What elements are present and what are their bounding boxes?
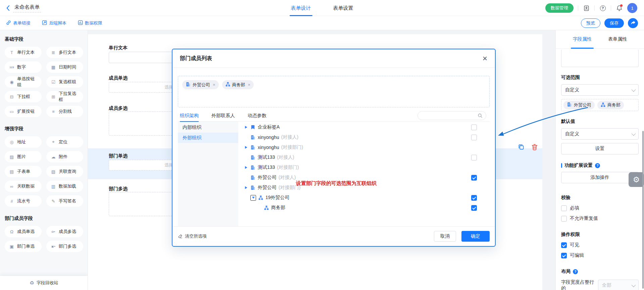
close-icon[interactable]: ✕ xyxy=(481,54,489,63)
help-icon[interactable]: ? xyxy=(599,4,606,12)
tab-field-properties[interactable]: 字段属性 xyxy=(573,30,592,49)
notification-bell-icon[interactable] xyxy=(615,4,623,12)
search-input[interactable] xyxy=(417,111,486,120)
org-tree-row[interactable]: 19外贸公司 xyxy=(238,193,490,203)
field-type-button[interactable]: ☑复选框组 xyxy=(46,76,83,88)
range-tags-box[interactable]: 外贸公司商务部 xyxy=(561,99,639,111)
field-type-button[interactable]: ▭扩展按钮 xyxy=(5,106,42,117)
delete-field-icon[interactable] xyxy=(531,143,539,151)
related-query-icon: ▧ xyxy=(50,169,57,174)
modal-tab[interactable]: 外部联系人 xyxy=(211,110,235,122)
default-set-button[interactable]: 设置 xyxy=(561,143,639,154)
data-manage-button[interactable]: 数据管理 xyxy=(545,3,574,13)
field-type-button[interactable]: #流水号 xyxy=(5,195,42,207)
org-tree-row[interactable]: 企业标签A xyxy=(238,122,490,132)
field-recycle-bin[interactable]: ♻ 字段回收站 xyxy=(0,276,88,290)
permission-option-checkbox[interactable] xyxy=(561,242,567,248)
modal-tab[interactable]: 组织架构 xyxy=(180,110,199,122)
range-tag[interactable]: 商务部 xyxy=(597,101,624,109)
field-type-button[interactable]: ⊞下拉复选框 xyxy=(46,91,83,102)
form-title[interactable]: 未命名表单 xyxy=(13,3,41,12)
field-type-button[interactable]: ▥数据加载 xyxy=(46,181,83,192)
tree-checkbox[interactable] xyxy=(471,175,477,181)
validation-option-checkbox[interactable] xyxy=(561,205,567,211)
company-icon xyxy=(250,135,256,140)
field-type-button[interactable]: Ω+成员多选 xyxy=(46,226,83,237)
field-type-button[interactable]: ≡分割线 xyxy=(46,106,83,117)
range-select[interactable]: 自定义 xyxy=(561,84,639,96)
field-type-button[interactable]: Ω成员单选 xyxy=(5,226,42,237)
field-type-button[interactable]: ✎手写签名 xyxy=(46,195,83,207)
expand-caret-icon[interactable] xyxy=(244,126,248,129)
selected-tag[interactable]: 外贸公司× xyxy=(182,80,219,89)
field-type-button[interactable]: ⊟下拉框 xyxy=(5,91,42,102)
cancel-button[interactable]: 取消 xyxy=(434,231,456,242)
org-tree-row[interactable]: xinyonghu(对接部门) xyxy=(238,142,490,152)
scrolled-field-box[interactable] xyxy=(561,49,639,67)
modal-tab[interactable]: 动态参数 xyxy=(248,110,266,122)
field-type-button[interactable]: ▤子表单 xyxy=(5,166,42,177)
confirm-button[interactable]: 确定 xyxy=(461,231,490,242)
toolbar-link[interactable]: 后端脚本 xyxy=(42,20,66,26)
toolbar-link[interactable]: 数据权限 xyxy=(78,20,102,26)
permission-option: 可见 xyxy=(561,242,639,248)
layout-width-select[interactable]: 全部 xyxy=(598,280,639,290)
field-type-button[interactable]: ▦日期时间 xyxy=(46,61,83,73)
remove-tag-icon[interactable]: × xyxy=(248,82,251,87)
avatar[interactable]: 1 xyxy=(627,3,637,13)
tab-form-settings[interactable]: 表单设置 xyxy=(333,0,353,16)
copy-field-icon[interactable] xyxy=(517,143,525,151)
tree-checkbox[interactable] xyxy=(471,205,477,211)
collapse-caret-icon[interactable] xyxy=(250,195,256,201)
share-button[interactable] xyxy=(628,18,638,28)
preview-button[interactable]: 预览 xyxy=(581,18,600,28)
clear-selection-button[interactable]: 清空所选项 xyxy=(178,233,207,239)
contacts-icon[interactable] xyxy=(583,4,590,12)
tab-form-properties[interactable]: 表单属性 xyxy=(608,30,627,49)
field-type-button[interactable]: 123数字 xyxy=(5,61,42,73)
org-nav-item[interactable]: 外部组织 xyxy=(178,133,238,143)
default-value-select[interactable]: 自定义 xyxy=(561,128,639,140)
validation-option-checkbox[interactable] xyxy=(561,216,567,222)
toolbar-link[interactable]: 表单链接 xyxy=(6,20,31,26)
help-question-icon[interactable]: ? xyxy=(573,269,578,274)
expand-caret-icon[interactable] xyxy=(244,166,248,169)
org-tree-row[interactable]: 测试133(对接部门) xyxy=(238,162,490,173)
back-button[interactable] xyxy=(6,5,10,11)
tree-checkbox[interactable] xyxy=(471,195,477,201)
add-action-button[interactable]: 添加操作 xyxy=(561,172,639,183)
remove-tag-icon[interactable]: × xyxy=(213,82,215,87)
field-type-button[interactable]: ☁附件 xyxy=(46,151,83,162)
form-field-label: 成员多选 xyxy=(109,105,128,111)
selected-tag[interactable]: 商务部× xyxy=(222,80,254,89)
field-type-button[interactable]: ≣多行文本 xyxy=(46,47,83,58)
field-type-button[interactable]: ⌖定位 xyxy=(46,136,83,148)
tab-form-design[interactable]: 表单设计 xyxy=(291,0,311,16)
field-type-button[interactable]: ◉单选按钮组 xyxy=(5,76,42,88)
expand-caret-icon[interactable] xyxy=(244,186,248,189)
field-type-button[interactable]: ▣+部门多选 xyxy=(46,241,83,252)
field-type-button[interactable]: ▣部门单选 xyxy=(5,241,42,252)
panel-scrollbar[interactable] xyxy=(642,131,644,289)
tree-checkbox[interactable] xyxy=(471,125,477,130)
department-icon xyxy=(258,195,263,200)
range-tag[interactable]: 外贸公司 xyxy=(563,101,595,109)
field-type-button[interactable]: ▧关联查询 xyxy=(46,166,83,177)
modal-header: 部门成员列表 ✕ xyxy=(172,49,495,68)
tree-checkbox[interactable] xyxy=(471,135,477,140)
org-tree-row[interactable]: xinyonghu(对接人) xyxy=(238,132,490,142)
settings-gear-button[interactable]: ⚙ xyxy=(629,172,644,187)
selected-items-area[interactable]: 外贸公司×商务部× xyxy=(178,76,490,107)
permission-option-checkbox[interactable] xyxy=(561,253,567,258)
field-type-button[interactable]: T单行文本 xyxy=(5,47,42,58)
org-tree-row[interactable]: 商务部 xyxy=(238,203,490,213)
field-type-button[interactable]: ▨图片 xyxy=(5,151,42,162)
org-nav-item[interactable]: 内部组织 xyxy=(178,122,238,133)
save-button[interactable]: 保存 xyxy=(604,18,624,28)
tree-checkbox[interactable] xyxy=(471,155,477,160)
expand-caret-icon[interactable] xyxy=(244,146,248,149)
field-type-button[interactable]: ◎地址 xyxy=(5,136,42,148)
field-type-button[interactable]: ∞关联数据 xyxy=(5,181,42,192)
org-tree-row[interactable]: 测试133(对接人) xyxy=(238,152,490,162)
help-question-icon[interactable]: ? xyxy=(595,163,600,168)
